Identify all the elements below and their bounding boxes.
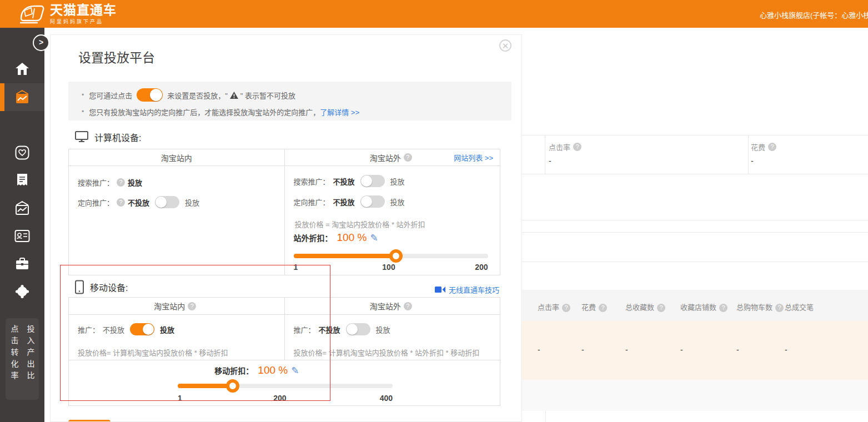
sidebar-item-home[interactable] xyxy=(0,55,44,83)
train-logo-icon xyxy=(19,3,46,25)
picture-icon xyxy=(14,201,30,215)
help-icon[interactable]: ? xyxy=(188,302,196,310)
help-icon[interactable]: ? xyxy=(404,153,412,162)
discount-label: 站外折扣： xyxy=(294,232,333,243)
outside-discount-row: 站外折扣： 100 % ✎ xyxy=(294,230,378,245)
search-outside-toggle[interactable] xyxy=(360,175,385,187)
sidebar-metrics-panel[interactable]: 点击转化率 投入产出比 xyxy=(6,318,39,400)
mobile-inside-toggle[interactable] xyxy=(130,323,154,335)
column-header[interactable]: 花费 xyxy=(581,303,596,312)
notice-line-1: • 您可通过点击 来设置是否投放，" " 表示暂不可投放 xyxy=(82,87,511,103)
price-formula: 投放价格 = 淘宝站内投放价格 * 站外折扣 xyxy=(295,219,425,229)
target-inside-toggle[interactable] xyxy=(155,196,179,208)
column-header[interactable]: 点击率 xyxy=(538,303,559,312)
metric-click-conversion: 点击转化率 xyxy=(9,325,20,400)
mobile-discount-slider[interactable] xyxy=(178,384,393,388)
mobile-inside-cell: 推广： 不投放 投放 投放价格= 计算机淘宝站内投放价格 * 移动折扣 xyxy=(69,315,285,360)
notice-text: 您只有投放淘宝站内的定向推广后，才能选择投放淘宝站外的定向推广， xyxy=(89,107,320,117)
cell-value: - xyxy=(538,345,540,354)
summary-card-cost: 花费 ? - xyxy=(751,142,779,165)
mobile-outside-toggle[interactable] xyxy=(346,323,370,335)
id-card-icon xyxy=(14,229,30,243)
cell-value: - xyxy=(785,345,787,354)
help-icon[interactable]: ? xyxy=(775,304,784,312)
column-header-taobao-outside: 淘宝站外 ? 网站列表 >> xyxy=(285,149,500,165)
sidebar-item-service[interactable] xyxy=(0,278,44,305)
app-logo[interactable]: 天猫直通车 阿里妈妈旗下产品 xyxy=(19,3,117,25)
help-icon[interactable]: ? xyxy=(404,302,412,310)
mobile-discount-line: 移动折扣： 100 % ✎ xyxy=(214,363,299,378)
campaign-icon xyxy=(14,90,30,104)
divider xyxy=(748,135,749,174)
sidebar-expand-icon[interactable]: > xyxy=(33,34,49,51)
card-label: 花费 xyxy=(751,142,765,152)
report-icon xyxy=(16,173,29,188)
topbar: 天猫直通车 阿里妈妈旗下产品 心雅小栈旗舰店(子帐号：心雅小栈旗 xyxy=(0,0,868,28)
card-value: - xyxy=(549,157,584,165)
mobile-platform-table: 淘宝站内 ? 淘宝站外 ? 推广： 不投放 投放 投放价格= 计算机淘宝站内投放… xyxy=(68,297,500,406)
sidebar-item-gallery[interactable] xyxy=(0,194,44,222)
column-header[interactable]: 收藏店铺数 xyxy=(680,303,716,312)
help-icon[interactable]: ? xyxy=(117,178,125,187)
row-label: 定向推广： xyxy=(294,197,330,207)
edit-icon[interactable]: ✎ xyxy=(291,365,299,376)
sidebar-item-tools[interactable] xyxy=(0,250,44,278)
slider-knob[interactable] xyxy=(389,249,403,263)
toggle-off-label: 不投放 xyxy=(103,324,124,335)
website-list-link[interactable]: 网站列表 >> xyxy=(454,152,493,163)
row-label: 定向推广： xyxy=(78,197,114,208)
notice-text: 您可通过点击 xyxy=(89,90,132,101)
bullet-icon: • xyxy=(82,108,84,115)
sidebar-item-reports[interactable] xyxy=(0,167,44,194)
help-icon[interactable]: ? xyxy=(117,198,125,207)
status-off: 不投放 xyxy=(333,197,355,207)
column-header-taobao-inside: 淘宝站内 ? xyxy=(69,298,285,314)
section-title: 计算机设备: xyxy=(94,130,141,144)
account-name[interactable]: 心雅小栈旗舰店(子帐号：心雅小栈旗 xyxy=(760,9,868,20)
cell-value: - xyxy=(625,345,628,354)
notice-text: 来设置是否投放，" xyxy=(167,90,228,101)
sidebar-item-favorites[interactable] xyxy=(0,139,44,167)
slider-knob[interactable] xyxy=(226,379,239,393)
promo-row: 推广： 不投放 投放 xyxy=(294,323,390,336)
row-label: 搜索推广： xyxy=(294,176,330,187)
sidebar-item-campaign[interactable] xyxy=(0,83,44,111)
toggle-on-label: 投放 xyxy=(390,197,405,207)
report-table-row[interactable]: - - - - - - xyxy=(522,321,868,380)
tick-min: 1 xyxy=(178,394,182,403)
price-formula: 投放价格= 计算机淘宝站内投放价格 * 站外折扣 * 移动折扣 xyxy=(294,347,480,358)
divider xyxy=(522,232,868,233)
bullet-icon: • xyxy=(82,91,84,99)
close-icon[interactable]: ✕ xyxy=(499,39,511,52)
tick-max: 400 xyxy=(380,394,393,403)
sidebar-item-contacts[interactable] xyxy=(0,222,44,250)
discount-value: 100 % xyxy=(258,364,288,376)
help-icon[interactable]: ? xyxy=(562,304,570,312)
mobile-outside-cell: 推广： 不投放 投放 投放价格= 计算机淘宝站内投放价格 * 站外折扣 * 移动… xyxy=(285,315,500,360)
mobile-section-heading: 移动设备: xyxy=(74,280,128,294)
help-icon[interactable]: ? xyxy=(657,304,665,312)
modal-title: 设置投放平台 xyxy=(78,47,155,66)
help-icon[interactable]: ? xyxy=(599,304,607,312)
confirm-button[interactable] xyxy=(68,420,111,422)
help-icon[interactable]: ? xyxy=(573,143,581,151)
divider xyxy=(522,262,868,262)
price-formula: 投放价格= 计算机淘宝站内投放价格 * 移动折扣 xyxy=(78,347,228,358)
tips-link-text[interactable]: 无线直通车技巧 xyxy=(449,284,499,295)
status-off: 不投放 xyxy=(333,176,355,187)
card-label: 点击率 xyxy=(549,142,570,152)
learn-more-link[interactable]: 了解详情 >> xyxy=(320,107,359,117)
wireless-tips-link[interactable]: 无线直通车技巧 xyxy=(435,284,499,295)
column-header[interactable]: 总收藏数 xyxy=(625,303,654,312)
column-header[interactable]: 总成交笔 xyxy=(785,303,814,312)
help-icon[interactable]: ? xyxy=(768,143,776,151)
computer-icon xyxy=(74,130,89,144)
edit-icon[interactable]: ✎ xyxy=(370,232,378,244)
column-header[interactable]: 总购物车数 xyxy=(736,303,772,312)
help-icon[interactable]: ? xyxy=(719,304,727,312)
slider-ticks: 1 200 400 xyxy=(178,394,393,404)
target-outside-toggle[interactable] xyxy=(360,195,385,208)
outside-discount-slider[interactable] xyxy=(294,254,488,258)
divider xyxy=(522,220,868,220)
computer-section-heading: 计算机设备: xyxy=(74,130,141,144)
